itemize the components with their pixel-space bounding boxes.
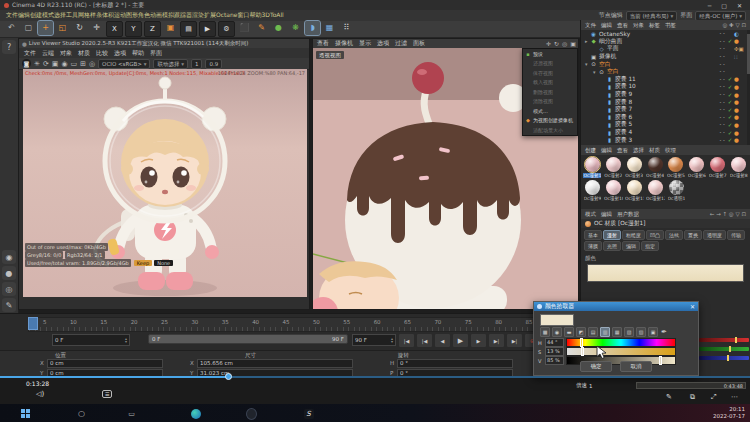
viewer-menu-item[interactable]: 选项	[114, 49, 126, 58]
video-progress-knob[interactable]	[225, 373, 232, 380]
menu-item[interactable]: 渲染	[192, 11, 204, 18]
material-ball[interactable]	[710, 157, 725, 172]
visibility-dots-icon[interactable]: ••	[719, 31, 726, 36]
render-view-icon[interactable]: ▤	[180, 21, 197, 37]
viewport-canvas[interactable]: 透视视图 ▪预设还原视图保存视图载入视图删除视图清除视图模式...◆为视图创建摄…	[313, 48, 578, 309]
visibility-dots-icon[interactable]: ••	[719, 62, 726, 67]
axis-z-lock[interactable]: Z	[144, 21, 161, 37]
om-toolbar-icons[interactable]: ◎ ✚ ▽ ⊡	[723, 22, 747, 28]
danmaku-icon[interactable]: ☰	[102, 390, 112, 398]
attr-menu-item[interactable]: 模式	[585, 211, 596, 218]
material-ball[interactable]	[669, 180, 684, 195]
胶囊 5[interactable]: ▮ 胶囊 5 •• ✓ ●	[581, 121, 750, 129]
start-button[interactable]	[20, 408, 31, 419]
context-menu-item[interactable]: ◆为视图创建摄像机	[523, 116, 577, 126]
picker-mode-icon[interactable]: ▣	[648, 327, 658, 337]
visibility-dots-icon[interactable]: ••	[719, 107, 726, 112]
picker-mode-icon[interactable]: ▩	[540, 327, 550, 337]
context-menu-item[interactable]: ▪预设	[523, 49, 577, 59]
red-slider[interactable]	[699, 338, 749, 342]
axis-y-lock[interactable]: Y	[125, 21, 142, 37]
material-swatch[interactable]: Oc漫射1	[583, 157, 602, 178]
om-menu-item[interactable]: 文件	[585, 22, 596, 29]
空白[interactable]: ▾ ⊙ 空白 ••	[581, 68, 750, 76]
enable-check-icon[interactable]: ✓	[726, 114, 734, 120]
material-swatch[interactable]: Oc透明1	[667, 180, 686, 201]
blue-slider[interactable]	[699, 356, 749, 360]
context-menu-item[interactable]: 还原视图	[523, 59, 577, 69]
material-ball[interactable]	[731, 157, 746, 172]
attribute-tab[interactable]: 凹凸	[646, 230, 664, 240]
coord-system-icon[interactable]: ▣	[163, 21, 178, 35]
pip-icon[interactable]: ⧉	[690, 393, 695, 401]
material-ball[interactable]	[627, 180, 642, 195]
picker-mode-icon[interactable]: ▦	[612, 327, 622, 337]
enable-check-icon[interactable]: ✓	[726, 38, 734, 44]
om-menu-item[interactable]: 对象	[633, 22, 644, 29]
viewport-menu-item[interactable]: 显示	[359, 39, 371, 48]
interface-dropdown[interactable]: 经典-OC (用户) ▾	[695, 11, 746, 21]
material-swatch[interactable]: Oc漫射7	[708, 157, 727, 178]
mode-icon[interactable]: ◎	[2, 282, 16, 296]
material-ball[interactable]	[606, 157, 621, 172]
material-menu-item[interactable]: 创建	[585, 147, 596, 154]
attribute-tab[interactable]: 基本	[584, 230, 602, 240]
rotation-field[interactable]: H0 °	[390, 359, 513, 368]
attribute-tab[interactable]: 指定	[641, 241, 659, 251]
video-duration-bar[interactable]: 0:43:48	[636, 382, 746, 389]
hue-slider[interactable]	[566, 338, 676, 347]
material-ball[interactable]	[648, 157, 663, 172]
viewport-menu-item[interactable]: 面板	[413, 39, 425, 48]
context-menu-item[interactable]: 适配场景大小	[523, 125, 577, 135]
start-frame-field[interactable]: 0 F▴▾	[52, 334, 130, 346]
胶囊 6[interactable]: ▮ 胶囊 6 •• ✓ ●	[581, 114, 750, 122]
viewer-tool-icon[interactable]: ⊞	[80, 60, 86, 68]
material-ball[interactable]	[648, 180, 663, 195]
viewport-nav-icon[interactable]: ▣	[570, 40, 576, 47]
material-ball[interactable]	[689, 157, 704, 172]
viewport-menu-item[interactable]: 过滤	[395, 39, 407, 48]
primitive-cube-icon[interactable]: ⬛	[237, 21, 252, 35]
visibility-dots-icon[interactable]: ••	[719, 69, 726, 74]
gamma-spinner[interactable]: 0.9	[205, 59, 222, 69]
menu-item[interactable]: 文件	[6, 11, 18, 18]
menu-item[interactable]: 3DToAll	[262, 11, 284, 18]
material-swatch[interactable]: Oc漫射3	[625, 157, 644, 178]
om-menu-item[interactable]: 标签	[649, 22, 660, 29]
video-progress-bar[interactable]	[0, 376, 750, 378]
frame-range-slider[interactable]: 0 F90 F	[148, 334, 348, 344]
layout-dropdown[interactable]: 当前 (经典布局) ▾	[626, 11, 678, 21]
saturation-slider[interactable]	[566, 347, 676, 356]
material-menu-item[interactable]: 查看	[617, 147, 628, 154]
spline-pen-icon[interactable]: ✎	[254, 21, 269, 35]
attribute-tab[interactable]: 置换	[684, 230, 702, 240]
attribute-tab[interactable]: 粗糙度	[622, 230, 645, 240]
context-menu-item[interactable]: 清除视图	[523, 97, 577, 107]
menu-item[interactable]: 角色	[138, 11, 150, 18]
attribute-tab[interactable]: 法线	[665, 230, 683, 240]
menu-item[interactable]: 动画	[150, 11, 162, 18]
胶囊 4[interactable]: ▮ 胶囊 4 •• ✓ ●	[581, 129, 750, 137]
material-swatch[interactable]: Oc漫射10	[604, 180, 623, 201]
menu-item[interactable]: 模式	[42, 11, 54, 18]
fields-icon[interactable]: ▦	[322, 21, 337, 35]
visibility-dots-icon[interactable]: ••	[719, 84, 726, 89]
visibility-dots-icon[interactable]: ••	[719, 46, 726, 51]
visibility-dots-icon[interactable]: ••	[719, 130, 726, 135]
menu-item[interactable]: 模拟	[162, 11, 174, 18]
mograph-icon[interactable]: ❋	[288, 21, 303, 35]
mode-icon[interactable]: ●	[2, 266, 16, 280]
visibility-dots-icon[interactable]: ••	[719, 92, 726, 97]
viewer-tool-icon[interactable]: ▣	[52, 60, 59, 68]
volume-icon[interactable]: ◗	[305, 21, 320, 35]
axis-x-lock[interactable]: X	[106, 21, 123, 37]
attribute-tab[interactable]: 薄膜	[584, 241, 602, 251]
character-icon[interactable]: ⠿	[339, 21, 354, 35]
attr-menu-item[interactable]: 编辑	[601, 211, 612, 218]
om-menu-item[interactable]: 编辑	[601, 22, 612, 29]
viewport-nav-icon[interactable]: ✛	[546, 40, 551, 47]
render-view[interactable]: Check:0ms /0ms, MeshGen:0ms, Update[C]:0…	[23, 69, 307, 297]
viewport-menu-item[interactable]: 查看	[317, 39, 329, 48]
visibility-dots-icon[interactable]: ••	[719, 122, 726, 127]
menu-item[interactable]: 扩展	[204, 11, 216, 18]
